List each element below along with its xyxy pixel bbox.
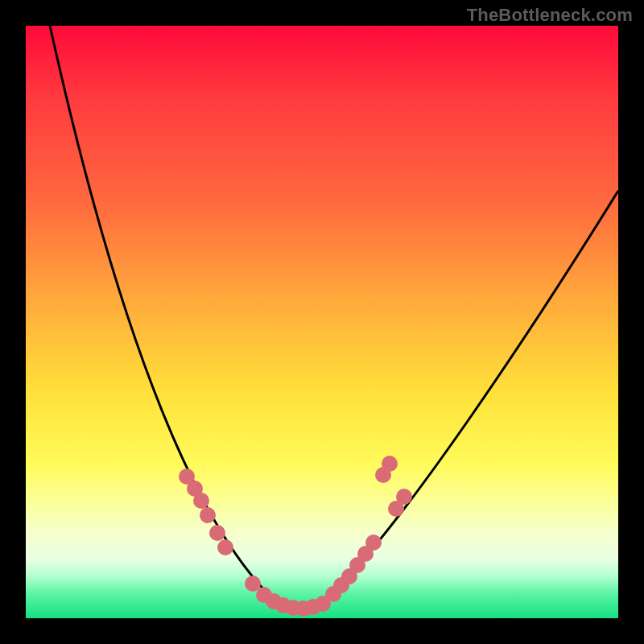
- data-point: [365, 535, 382, 551]
- data-point: [200, 507, 216, 523]
- marker-group: [179, 456, 412, 617]
- data-point: [217, 539, 233, 555]
- data-point: [209, 525, 225, 541]
- data-point: [396, 489, 412, 505]
- watermark-label: TheBottleneck.com: [467, 5, 633, 26]
- plot-area: [26, 26, 618, 618]
- chart-frame: TheBottleneck.com: [0, 0, 644, 644]
- bottleneck-curve: [26, 26, 618, 618]
- data-point: [382, 456, 398, 472]
- data-point: [193, 493, 209, 509]
- curve-path: [50, 26, 618, 605]
